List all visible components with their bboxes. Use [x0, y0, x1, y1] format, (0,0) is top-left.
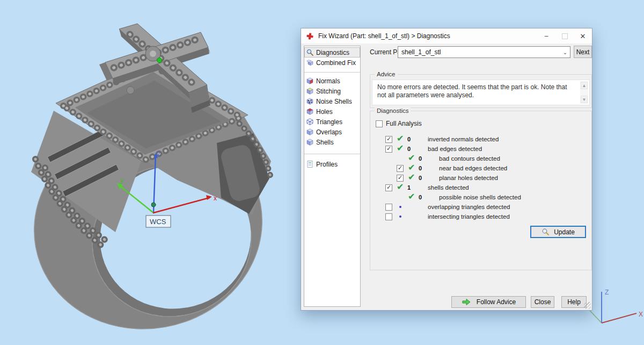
- sidebar-separator: [304, 154, 360, 154]
- maximize-button[interactable]: [555, 28, 574, 44]
- cube-yellow-top-icon: [306, 87, 314, 95]
- follow-advice-label: Follow Advice: [477, 298, 516, 306]
- minimize-button[interactable]: –: [537, 28, 555, 44]
- current-part-combobox[interactable]: shell_1_of_stl ⌄: [398, 46, 570, 58]
- diagnostic-row-overlapping-triangles: overlapping triangles detected: [370, 202, 591, 212]
- check-icon: ✔: [408, 154, 415, 162]
- close-window-button[interactable]: ✕: [574, 28, 592, 44]
- sidebar-item-combined-fix[interactable]: Combined Fix: [304, 58, 360, 68]
- scroll-down-icon[interactable]: ▼: [581, 96, 588, 103]
- sidebar-item-shells[interactable]: Shells: [304, 137, 360, 147]
- axis-x-label: x: [214, 195, 217, 202]
- advice-group-title: Advice: [375, 70, 398, 78]
- full-analysis-checkbox[interactable]: [376, 120, 383, 127]
- pending-dot-icon: [399, 206, 401, 208]
- checkbox[interactable]: [397, 165, 404, 172]
- titlebar[interactable]: Fix Wizard (Part: shell_1_of_stl) > Diag…: [301, 28, 592, 44]
- chevron-down-icon: ⌄: [560, 49, 570, 55]
- wcs-label: WCS: [146, 215, 171, 227]
- advice-groupbox: Advice No more errors are detected. It s…: [370, 74, 592, 108]
- fix-wizard-dialog: Fix Wizard (Part: shell_1_of_stl) > Diag…: [301, 28, 592, 311]
- cube-wireframe-icon: [306, 118, 314, 126]
- update-button-label: Update: [554, 228, 575, 236]
- magnifier-icon: [541, 228, 550, 236]
- diagnostic-row-inverted-normals: ✔ 0 inverted normals detected: [370, 134, 591, 144]
- next-part-button[interactable]: Next: [574, 46, 592, 58]
- sidebar-item-diagnostics[interactable]: Diagnostics: [304, 47, 360, 58]
- wcs-origin-point: [157, 58, 162, 63]
- checkbox[interactable]: [385, 213, 392, 220]
- diagnostics-group-title: Diagnostics: [375, 107, 411, 114]
- wizard-sidebar: Diagnostics Combined Fix: [304, 46, 361, 307]
- pending-dot-icon: [399, 215, 401, 218]
- cube-red-side-icon: [306, 77, 314, 85]
- axis-z-label: z: [157, 150, 160, 157]
- scroll-up-icon[interactable]: ▲: [581, 82, 588, 89]
- update-button[interactable]: Update: [530, 226, 586, 238]
- cube-dots-icon: [306, 97, 314, 105]
- sidebar-item-stitching[interactable]: Stitching: [304, 86, 360, 96]
- help-button[interactable]: Help: [561, 296, 587, 308]
- diagnostic-row-intersecting-triangles: intersecting triangles detected: [370, 212, 591, 221]
- diagnostics-rows: ✔ 0 inverted normals detected ✔ 0 bad ed…: [370, 134, 591, 221]
- diagnostic-row-possible-noise-shells: ✔ 0 possible noise shells detected: [370, 192, 591, 202]
- diagnostics-groupbox: Diagnostics Full Analysis ✔ 0 inverted n…: [370, 111, 592, 270]
- close-button[interactable]: Close: [531, 296, 554, 308]
- check-icon: ✔: [408, 192, 415, 201]
- fix-wizard-red-cross-icon: [306, 32, 314, 40]
- sidebar-item-holes[interactable]: Holes: [304, 106, 360, 117]
- cube-icon: [306, 138, 314, 146]
- diagnostic-row-near-bad-edges: ✔ 0 near bad edges detected: [370, 163, 591, 173]
- checkbox[interactable]: [385, 184, 392, 191]
- axis-y-label: y: [120, 177, 123, 184]
- window-title: Fix Wizard (Part: shell_1_of_stl) > Diag…: [318, 32, 450, 40]
- green-arrow-icon: [462, 298, 471, 306]
- sidebar-item-triangles[interactable]: Triangles: [304, 117, 360, 127]
- diagnostic-row-bad-contours: ✔ 0 bad contours detected: [370, 154, 591, 163]
- sidebar-item-normals[interactable]: Normals: [304, 76, 360, 86]
- document-icon: [306, 160, 314, 168]
- diagnostic-row-bad-edges: ✔ 0 bad edges detected: [370, 144, 591, 154]
- check-icon: ✔: [408, 173, 415, 182]
- check-icon: ✔: [397, 144, 404, 153]
- check-icon: ✔: [397, 134, 404, 143]
- checkbox[interactable]: [385, 204, 392, 211]
- magnifier-icon: [306, 48, 314, 56]
- full-analysis-row: Full Analysis: [376, 120, 422, 127]
- ring-model: [31, 24, 271, 334]
- corner-axis-x-label: X: [639, 311, 643, 318]
- maximize-icon: [562, 33, 568, 39]
- check-icon: ✔: [397, 183, 404, 191]
- sidebar-item-overlaps[interactable]: Overlaps: [304, 127, 360, 137]
- cube-red-top-icon: [306, 107, 314, 116]
- full-analysis-label: Full Analysis: [386, 120, 422, 127]
- current-part-value: shell_1_of_stl: [398, 48, 560, 56]
- corner-axis-z-label: Z: [605, 289, 609, 296]
- follow-advice-button[interactable]: Follow Advice: [451, 296, 526, 308]
- resize-grip[interactable]: [584, 302, 591, 309]
- cube-icon: [306, 128, 314, 136]
- checkbox[interactable]: [385, 146, 392, 153]
- diagnostic-row-shells: ✔ 1 shells detected: [370, 183, 591, 192]
- advice-text: No more errors are detected. It seems th…: [377, 83, 575, 99]
- svg-text:WCS: WCS: [150, 218, 166, 226]
- cube-stack-icon: [306, 59, 314, 67]
- check-icon: ✔: [408, 163, 415, 172]
- checkbox[interactable]: [397, 175, 404, 182]
- sidebar-item-noise-shells[interactable]: Noise Shells: [304, 96, 360, 106]
- diagnostic-row-planar-holes: ✔ 0 planar holes detected: [370, 173, 591, 183]
- checkbox[interactable]: [385, 136, 392, 143]
- sidebar-item-profiles[interactable]: Profiles: [304, 159, 360, 169]
- advice-panel: No more errors are detected. It seems th…: [372, 80, 590, 105]
- advice-scrollbar[interactable]: ▲ ▼: [580, 81, 588, 104]
- sidebar-separator: [304, 72, 360, 73]
- app-root: { "colors": { "background": "#c0def6", "…: [0, 0, 644, 345]
